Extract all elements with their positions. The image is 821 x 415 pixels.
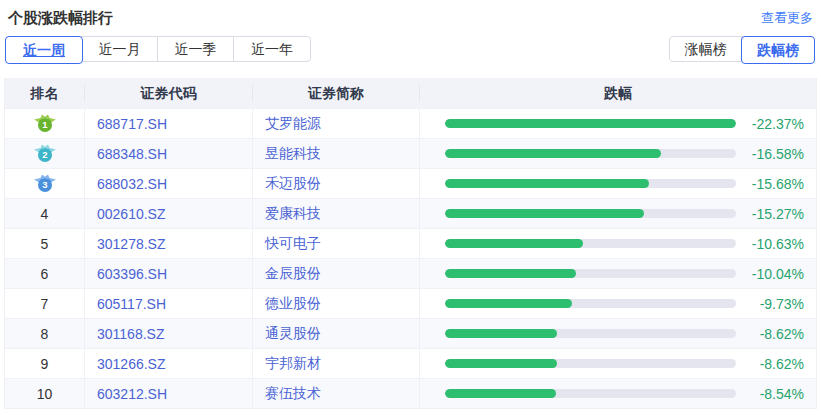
- rank-cell: 4: [5, 199, 85, 228]
- stock-name[interactable]: 快可电子: [253, 229, 420, 258]
- stock-name[interactable]: 金辰股份: [253, 259, 420, 288]
- stock-name[interactable]: 德业股份: [253, 289, 420, 318]
- column-header-decline: 跌幅: [420, 84, 816, 102]
- decline-cell: -9.73%: [420, 289, 816, 318]
- decline-cell: -8.62%: [420, 349, 816, 378]
- table-row: 9 301266.SZ 宇邦新材 -8.62%: [5, 348, 816, 378]
- stock-code[interactable]: 605117.SH: [85, 289, 253, 318]
- decline-bar-track: [445, 359, 736, 368]
- decline-bar-track: [445, 239, 736, 248]
- view-more-link[interactable]: 查看更多: [761, 9, 813, 27]
- stock-name[interactable]: 赛伍技术: [253, 379, 420, 408]
- decline-cell: -15.68%: [420, 169, 816, 198]
- ranking-table: 排名 证券代码 证券简称 跌幅 1 688717.SH 艾罗能源 -22.37%: [4, 78, 817, 409]
- decline-bar-track: [445, 269, 736, 278]
- stock-name[interactable]: 宇邦新材: [253, 349, 420, 378]
- stock-code[interactable]: 002610.SZ: [85, 199, 253, 228]
- rank-medal-1-icon: 1: [33, 112, 57, 135]
- decline-percent: -22.37%: [736, 116, 816, 132]
- decline-percent: -10.04%: [736, 266, 816, 282]
- table-row: 7 605117.SH 德业股份 -9.73%: [5, 288, 816, 318]
- rank-cell: 9: [5, 349, 85, 378]
- table-row: 2 688348.SH 昱能科技 -16.58%: [5, 138, 816, 168]
- gainers-board-button[interactable]: 涨幅榜: [670, 37, 742, 61]
- stock-code[interactable]: 603396.SH: [85, 259, 253, 288]
- decline-bar-fill: [445, 239, 583, 248]
- stock-code[interactable]: 688348.SH: [85, 139, 253, 168]
- period-tabs: 近一周 近一月 近一季 近一年: [5, 36, 311, 62]
- svg-text:3: 3: [42, 179, 47, 190]
- decline-bar-fill: [445, 209, 644, 218]
- decline-percent: -16.58%: [736, 146, 816, 162]
- decline-bar-track: [445, 209, 736, 218]
- stock-name[interactable]: 艾罗能源: [253, 109, 420, 138]
- decline-bar-track: [445, 179, 736, 188]
- stock-code[interactable]: 301278.SZ: [85, 229, 253, 258]
- tab-last-year[interactable]: 近一年: [234, 37, 310, 61]
- decline-bar-fill: [445, 269, 576, 278]
- rank-cell: 2: [5, 139, 85, 168]
- decline-percent: -15.68%: [736, 176, 816, 192]
- stock-name[interactable]: 昱能科技: [253, 139, 420, 168]
- column-header-code: 证券代码: [85, 84, 253, 102]
- decline-percent: -8.54%: [736, 386, 816, 402]
- tab-last-week[interactable]: 近一周: [5, 36, 83, 64]
- decline-cell: -10.04%: [420, 259, 816, 288]
- table-row: 5 301278.SZ 快可电子 -10.63%: [5, 228, 816, 258]
- controls-row: 近一周 近一月 近一季 近一年 涨幅榜 跌幅榜: [5, 36, 815, 64]
- column-header-rank: 排名: [5, 84, 85, 102]
- losers-board-button[interactable]: 跌幅榜: [741, 36, 815, 64]
- stock-code[interactable]: 603212.SH: [85, 379, 253, 408]
- decline-bar-track: [445, 119, 736, 128]
- rank-medal-2-icon: 2: [33, 142, 57, 165]
- table-row: 10 603212.SH 赛伍技术 -8.54%: [5, 378, 816, 408]
- rank-cell: 7: [5, 289, 85, 318]
- stock-code[interactable]: 688032.SH: [85, 169, 253, 198]
- stock-name[interactable]: 通灵股份: [253, 319, 420, 348]
- rank-cell: 10: [5, 379, 85, 408]
- decline-bar-track: [445, 299, 736, 308]
- table-row: 3 688032.SH 禾迈股份 -15.68%: [5, 168, 816, 198]
- column-header-name: 证券简称: [253, 84, 420, 102]
- decline-percent: -10.63%: [736, 236, 816, 252]
- table-row: 4 002610.SZ 爱康科技 -15.27%: [5, 198, 816, 228]
- rank-medal-3-icon: 3: [33, 172, 57, 195]
- stock-name[interactable]: 禾迈股份: [253, 169, 420, 198]
- page-title: 个股涨跌幅排行: [8, 9, 113, 28]
- table-body: 1 688717.SH 艾罗能源 -22.37% 2 688348.SH: [5, 108, 816, 408]
- decline-cell: -22.37%: [420, 109, 816, 138]
- decline-cell: -8.62%: [420, 319, 816, 348]
- rank-cell: 6: [5, 259, 85, 288]
- decline-bar-track: [445, 149, 736, 158]
- board-toggle: 涨幅榜 跌幅榜: [669, 36, 815, 62]
- table-header: 排名 证券代码 证券简称 跌幅: [5, 78, 816, 108]
- rank-cell: 8: [5, 319, 85, 348]
- stock-code[interactable]: 688717.SH: [85, 109, 253, 138]
- svg-text:2: 2: [42, 149, 47, 160]
- decline-bar-track: [445, 389, 736, 398]
- decline-bar-fill: [445, 359, 557, 368]
- decline-cell: -8.54%: [420, 379, 816, 408]
- decline-bar-fill: [445, 119, 736, 128]
- decline-bar-fill: [445, 179, 649, 188]
- svg-text:1: 1: [42, 119, 48, 130]
- decline-cell: -15.27%: [420, 199, 816, 228]
- rank-cell: 1: [5, 109, 85, 138]
- stock-name[interactable]: 爱康科技: [253, 199, 420, 228]
- table-row: 1 688717.SH 艾罗能源 -22.37%: [5, 108, 816, 138]
- rank-cell: 3: [5, 169, 85, 198]
- tab-last-quarter[interactable]: 近一季: [158, 37, 234, 61]
- table-row: 8 301168.SZ 通灵股份 -8.62%: [5, 318, 816, 348]
- stock-code[interactable]: 301168.SZ: [85, 319, 253, 348]
- decline-bar-fill: [445, 389, 556, 398]
- rank-cell: 5: [5, 229, 85, 258]
- stock-code[interactable]: 301266.SZ: [85, 349, 253, 378]
- tab-last-month[interactable]: 近一月: [82, 37, 158, 61]
- decline-percent: -9.73%: [736, 296, 816, 312]
- decline-percent: -8.62%: [736, 356, 816, 372]
- table-row: 6 603396.SH 金辰股份 -10.04%: [5, 258, 816, 288]
- decline-percent: -15.27%: [736, 206, 816, 222]
- decline-bar-track: [445, 329, 736, 338]
- decline-cell: -16.58%: [420, 139, 816, 168]
- page-header: 个股涨跌幅排行 查看更多: [0, 0, 821, 26]
